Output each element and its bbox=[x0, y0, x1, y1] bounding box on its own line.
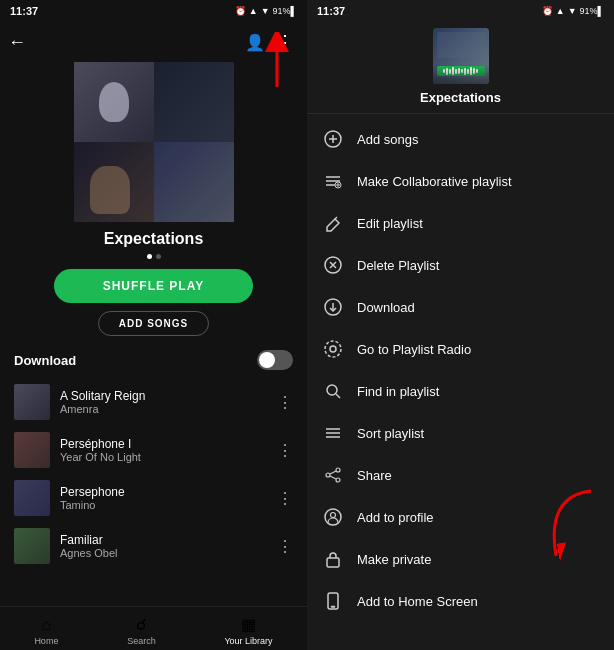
svg-line-28 bbox=[330, 476, 336, 479]
track-name-3: Persephone bbox=[60, 485, 277, 499]
menu-add-to-homescreen[interactable]: Add to Home Screen bbox=[307, 580, 614, 622]
r-battery-icon: 91%▌ bbox=[580, 6, 604, 16]
nav-library-label: Your Library bbox=[224, 636, 272, 646]
svg-point-17 bbox=[325, 341, 341, 357]
eq-bar-7 bbox=[461, 69, 463, 73]
track-item-4[interactable]: Familiar Agnes Obel ⋮ bbox=[0, 522, 307, 570]
track-name-4: Familiar bbox=[60, 533, 277, 547]
lock-icon bbox=[323, 549, 343, 569]
collaborative-icon bbox=[323, 171, 343, 191]
track-info-4: Familiar Agnes Obel bbox=[60, 533, 277, 559]
top-bar-actions: 👤 ⋮ bbox=[245, 30, 295, 54]
menu-make-collaborative[interactable]: Make Collaborative playlist bbox=[307, 160, 614, 202]
menu-download-label: Download bbox=[357, 300, 415, 315]
eq-bar-11 bbox=[473, 68, 475, 74]
menu-edit-playlist[interactable]: Edit playlist bbox=[307, 202, 614, 244]
find-icon bbox=[323, 381, 343, 401]
track-artist-1: Amenra bbox=[60, 403, 277, 415]
radio-icon bbox=[323, 339, 343, 359]
battery-icon: 91%▌ bbox=[273, 6, 297, 16]
nav-search[interactable]: ☌ Search bbox=[127, 615, 156, 646]
album-cell-4 bbox=[154, 142, 234, 222]
svg-point-18 bbox=[330, 346, 336, 352]
left-status-bar: 11:37 ⏰ ▲ ▼ 91%▌ bbox=[0, 0, 307, 22]
track-art-2 bbox=[14, 432, 50, 468]
track-more-4[interactable]: ⋮ bbox=[277, 537, 293, 556]
menu-playlist-radio-label: Go to Playlist Radio bbox=[357, 342, 471, 357]
track-item-3[interactable]: Persephone Tamino ⋮ bbox=[0, 474, 307, 522]
bottom-nav: ⌂ Home ☌ Search ▦ Your Library bbox=[0, 606, 307, 650]
track-artist-3: Tamino bbox=[60, 499, 277, 511]
track-info-1: A Solitary Reign Amenra bbox=[60, 389, 277, 415]
menu-make-private[interactable]: Make private bbox=[307, 538, 614, 580]
menu-sort-playlist-label: Sort playlist bbox=[357, 426, 424, 441]
track-more-3[interactable]: ⋮ bbox=[277, 489, 293, 508]
menu-playlist-radio[interactable]: Go to Playlist Radio bbox=[307, 328, 614, 370]
menu-share[interactable]: Share bbox=[307, 454, 614, 496]
menu-add-songs-label: Add songs bbox=[357, 132, 418, 147]
track-item-2[interactable]: Perséphone I Year Of No Light ⋮ bbox=[0, 426, 307, 474]
track-artist-2: Year Of No Light bbox=[60, 451, 277, 463]
right-album-art bbox=[433, 28, 489, 84]
right-playlist-name: Expectations bbox=[420, 90, 501, 105]
track-name-2: Perséphone I bbox=[60, 437, 277, 451]
svg-point-30 bbox=[331, 513, 336, 518]
svg-rect-31 bbox=[327, 558, 339, 567]
dot-1 bbox=[147, 254, 152, 259]
svg-point-25 bbox=[326, 473, 330, 477]
download-row: Download bbox=[0, 346, 307, 374]
menu-sort-playlist[interactable]: Sort playlist bbox=[307, 412, 614, 454]
svg-point-24 bbox=[336, 468, 340, 472]
spotify-equalizer bbox=[437, 66, 485, 76]
back-button[interactable]: ← bbox=[8, 32, 26, 53]
right-status-bar: 11:37 ⏰ ▲ ▼ 91%▌ bbox=[307, 0, 614, 22]
left-status-time: 11:37 bbox=[10, 5, 38, 17]
menu-add-songs[interactable]: Add songs bbox=[307, 118, 614, 160]
nav-home-label: Home bbox=[34, 636, 58, 646]
wifi-icon: ▼ bbox=[261, 6, 270, 16]
album-cell-2 bbox=[154, 62, 234, 142]
right-panel: 11:37 ⏰ ▲ ▼ 91%▌ bbox=[307, 0, 614, 650]
track-artist-4: Agnes Obel bbox=[60, 547, 277, 559]
track-art-4 bbox=[14, 528, 50, 564]
eq-bar-2 bbox=[446, 68, 448, 75]
eq-bar-8 bbox=[464, 68, 466, 75]
shuffle-button[interactable]: SHUFFLE PLAY bbox=[54, 269, 254, 303]
svg-rect-33 bbox=[331, 606, 335, 608]
add-songs-button[interactable]: ADD SONGS bbox=[98, 311, 210, 336]
eq-bar-10 bbox=[470, 67, 472, 75]
profile-icon[interactable]: 👤 bbox=[245, 33, 265, 52]
menu-download[interactable]: Download bbox=[307, 286, 614, 328]
eq-bar-5 bbox=[455, 69, 457, 74]
eq-bar-1 bbox=[443, 69, 445, 73]
signal-icon: ▲ bbox=[249, 6, 258, 16]
download-toggle[interactable] bbox=[257, 350, 293, 370]
nav-library[interactable]: ▦ Your Library bbox=[224, 615, 272, 646]
menu-find-in-playlist-label: Find in playlist bbox=[357, 384, 439, 399]
menu-share-label: Share bbox=[357, 468, 392, 483]
track-item-1[interactable]: A Solitary Reign Amenra ⋮ bbox=[0, 378, 307, 426]
x-circle-icon bbox=[323, 255, 343, 275]
menu-delete-playlist[interactable]: Delete Playlist bbox=[307, 244, 614, 286]
track-list: A Solitary Reign Amenra ⋮ Perséphone I Y… bbox=[0, 378, 307, 606]
pencil-icon bbox=[323, 213, 343, 233]
menu-add-to-homescreen-label: Add to Home Screen bbox=[357, 594, 478, 609]
menu-find-in-playlist[interactable]: Find in playlist bbox=[307, 370, 614, 412]
r-alarm-icon: ⏰ bbox=[542, 6, 553, 16]
nav-home[interactable]: ⌂ Home bbox=[34, 616, 58, 646]
track-more-1[interactable]: ⋮ bbox=[277, 393, 293, 412]
home-icon: ⌂ bbox=[42, 616, 52, 634]
download-icon bbox=[323, 297, 343, 317]
track-more-2[interactable]: ⋮ bbox=[277, 441, 293, 460]
menu-add-to-profile[interactable]: Add to profile bbox=[307, 496, 614, 538]
track-info-3: Persephone Tamino bbox=[60, 485, 277, 511]
menu-edit-playlist-label: Edit playlist bbox=[357, 216, 423, 231]
track-art-3 bbox=[14, 480, 50, 516]
nav-search-label: Search bbox=[127, 636, 156, 646]
track-art-1 bbox=[14, 384, 50, 420]
top-bar: ← 👤 ⋮ bbox=[0, 22, 307, 62]
eq-bar-9 bbox=[467, 69, 469, 74]
menu-add-to-profile-label: Add to profile bbox=[357, 510, 434, 525]
more-options-icon[interactable]: ⋮ bbox=[275, 30, 295, 54]
r-wifi-icon: ▼ bbox=[568, 6, 577, 16]
